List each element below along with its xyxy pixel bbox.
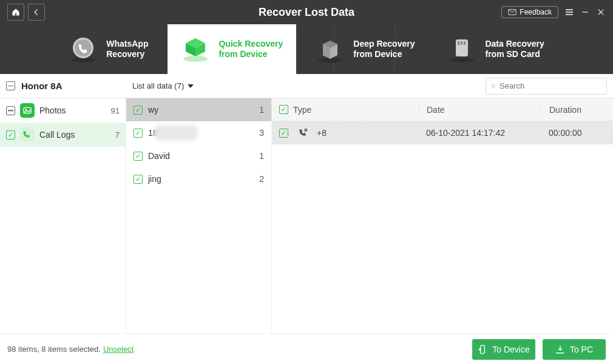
mail-icon (508, 9, 516, 15)
unselect-link[interactable]: Unselect (103, 345, 134, 354)
select-all-checkbox[interactable]: ✓ (279, 105, 288, 114)
home-icon (12, 8, 20, 16)
call-logs-count: 7 (115, 130, 120, 140)
contact-name: jing (148, 174, 161, 184)
filter-label: List all data (7) (132, 81, 184, 90)
sidebar-item-label: Photos (39, 106, 66, 115)
contact-row[interactable]: ✓ wy 1 (126, 98, 271, 121)
box-icon (181, 35, 210, 64)
row-date: 06-10-2021 14:17:42 (419, 128, 540, 138)
close-button[interactable] (596, 7, 606, 17)
sd-card-icon (447, 35, 476, 64)
call-logs-checkbox[interactable]: ✓ (6, 130, 15, 140)
svg-point-10 (492, 84, 495, 87)
contact-name: 18 (148, 128, 158, 138)
device-tree-toggle[interactable] (6, 81, 15, 90)
table-header: ✓ Type Date Duration (272, 98, 613, 121)
tab-quick-recovery[interactable]: Quick Recoveryfrom Device (168, 24, 296, 74)
to-device-label: To Device (492, 345, 529, 354)
contact-checkbox[interactable]: ✓ (134, 106, 143, 115)
menu-icon (564, 7, 574, 17)
svg-rect-8 (461, 41, 462, 45)
minimize-button[interactable] (580, 7, 590, 17)
photos-icon (20, 103, 35, 118)
contact-count: 2 (259, 174, 264, 184)
column-type: Type (293, 105, 311, 115)
redacted-number (158, 129, 194, 137)
call-logs-icon (20, 127, 35, 142)
home-button[interactable] (7, 4, 24, 21)
search-input[interactable] (500, 81, 601, 90)
contact-checkbox[interactable]: ✓ (134, 152, 143, 161)
tab-deep-recovery[interactable]: Deep Recoveryfrom Device (302, 24, 428, 74)
status-text: 98 items, 8 items selected. (7, 345, 101, 354)
menu-button[interactable] (564, 7, 574, 17)
open-box-icon (316, 35, 345, 64)
feedback-button[interactable]: Feedback (501, 6, 558, 18)
svg-point-1 (71, 58, 95, 62)
whatsapp-icon (69, 35, 98, 64)
back-button[interactable] (28, 4, 45, 21)
sidebar-item-call-logs[interactable]: ✓ Call Logs 7 (0, 123, 126, 147)
table-row[interactable]: ✓ +8 06-10-2021 14:17:42 00:00:00 (272, 121, 613, 144)
contact-row[interactable]: ✓ jing 2 (126, 167, 271, 190)
tab-sd-card-recovery[interactable]: Data Recoveryfrom SD Card (434, 24, 557, 74)
row-checkbox[interactable]: ✓ (279, 129, 288, 138)
svg-point-3 (183, 56, 208, 62)
outgoing-call-icon (299, 128, 308, 138)
svg-rect-9 (464, 41, 466, 45)
contact-row[interactable]: ✓ 18 3 (126, 121, 271, 144)
to-pc-button[interactable]: To PC (543, 339, 606, 360)
contact-checkbox[interactable]: ✓ (134, 129, 143, 138)
tab-whatsapp-recovery[interactable]: WhatsAppRecovery (55, 24, 161, 74)
contact-count: 1 (259, 151, 264, 161)
column-date: Date (419, 105, 540, 115)
search-icon (491, 82, 496, 90)
photos-count: 91 (111, 106, 120, 115)
contact-name: wy (148, 105, 158, 115)
svg-rect-7 (458, 41, 459, 45)
to-pc-label: To PC (570, 345, 593, 354)
contact-checkbox[interactable]: ✓ (134, 175, 143, 184)
to-device-button[interactable]: To Device (472, 339, 535, 360)
column-duration: Duration (540, 105, 613, 115)
caret-down-icon (188, 84, 194, 88)
search-box[interactable] (486, 78, 607, 95)
feedback-label: Feedback (520, 8, 552, 16)
contact-row[interactable]: ✓ David 1 (126, 144, 271, 167)
redacted-number (334, 129, 370, 137)
filter-dropdown[interactable]: List all data (7) (126, 81, 194, 90)
chevron-left-icon (32, 8, 41, 16)
photos-tree-toggle[interactable] (6, 106, 15, 115)
contact-name: David (148, 151, 170, 161)
close-icon (597, 8, 605, 16)
minimize-icon (581, 8, 589, 16)
contact-count: 1 (259, 105, 264, 115)
sidebar-item-photos[interactable]: Photos 91 (0, 98, 126, 123)
to-device-icon (478, 345, 487, 354)
download-icon (555, 345, 565, 354)
sidebar-item-label: Call Logs (39, 130, 75, 140)
row-number-prefix: +8 (317, 128, 327, 138)
row-duration: 00:00:00 (540, 128, 613, 138)
svg-point-5 (450, 58, 474, 62)
contact-count: 3 (259, 128, 264, 138)
device-name: Honor 8A (21, 81, 63, 91)
